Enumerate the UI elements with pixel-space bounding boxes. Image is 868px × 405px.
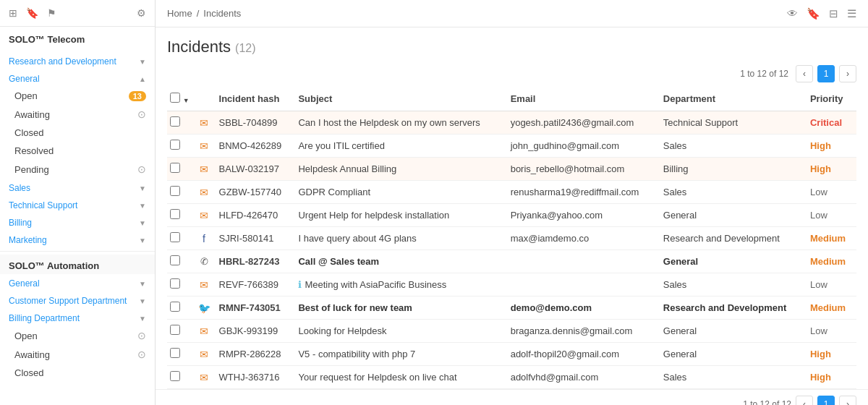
row-subject[interactable]: Looking for Helpdesk xyxy=(295,320,507,343)
row-hash[interactable]: RMPR-286228 xyxy=(216,343,296,366)
breadcrumb-home[interactable]: Home xyxy=(167,8,192,19)
row-priority: High xyxy=(807,158,856,181)
sidebar-group-billingdept[interactable]: Billing Department ▼ xyxy=(0,309,155,326)
sidebar-item-closed[interactable]: Closed xyxy=(0,124,155,142)
row-subject[interactable]: Urgent Help for helpdesk installation xyxy=(295,204,507,227)
sidebar-group-research[interactable]: Research and Development ▼ xyxy=(0,52,155,69)
row-checkbox[interactable] xyxy=(170,325,180,335)
row-subject[interactable]: I have query about 4G plans xyxy=(295,227,507,250)
sidebar-item-pending[interactable]: Pending ⊙ xyxy=(0,160,155,179)
row-checkbox[interactable] xyxy=(170,116,180,127)
awaiting-badge: ⊙ xyxy=(137,108,146,120)
row-department: Sales xyxy=(660,135,807,158)
next-page-bottom-button[interactable]: › xyxy=(839,396,856,405)
page-1-button[interactable]: 1 xyxy=(817,65,835,82)
row-hash[interactable]: SJRI-580141 xyxy=(216,227,296,250)
table-row[interactable]: ✉ WTHJ-363716 Your request for Helpdesk … xyxy=(167,366,856,389)
prev-page-button[interactable]: ‹ xyxy=(796,65,813,82)
row-subject[interactable]: Best of luck for new team xyxy=(295,297,507,320)
row-checkbox[interactable] xyxy=(170,302,180,312)
row-hash[interactable]: GZBW-157740 xyxy=(216,181,296,204)
bookmark-top-icon[interactable]: 🔖 xyxy=(807,7,820,20)
filter-top-icon[interactable]: ⊟ xyxy=(829,7,838,20)
row-checkbox[interactable] xyxy=(170,163,180,173)
row-hash[interactable]: REVF-766389 xyxy=(216,273,296,297)
sidebar-group-sales[interactable]: Sales ▼ xyxy=(0,179,155,196)
email-icon: ✉ xyxy=(200,187,208,198)
pending-badge: ⊙ xyxy=(137,163,146,175)
sidebar-group-techsupport[interactable]: Technical Support ▼ xyxy=(0,196,155,213)
next-page-button[interactable]: › xyxy=(839,65,856,82)
row-checkbox[interactable] xyxy=(170,209,180,219)
row-department: Research and Development xyxy=(660,297,807,320)
row-subject[interactable]: Helpdesk Annual Billing xyxy=(295,158,507,181)
email-icon: ✉ xyxy=(200,140,208,152)
row-hash[interactable]: HBRL-827243 xyxy=(216,250,296,273)
row-subject[interactable]: Are you ITIL certified xyxy=(295,135,507,158)
sidebar-group-billing[interactable]: Billing ▼ xyxy=(0,213,155,231)
prev-page-bottom-button[interactable]: ‹ xyxy=(796,396,813,405)
table-row[interactable]: ✉ GZBW-157740 GDPR Compliant renusharma1… xyxy=(167,181,856,204)
table-row[interactable]: ✉ GBJK-993199 Looking for Helpdesk braga… xyxy=(167,320,856,343)
row-checkbox[interactable] xyxy=(170,140,180,150)
row-checkbox[interactable] xyxy=(170,232,180,242)
row-priority: Low xyxy=(807,181,856,204)
table-row[interactable]: ✉ HLFD-426470 Urgent Help for helpdesk i… xyxy=(167,204,856,227)
row-checkbox[interactable] xyxy=(170,186,180,196)
sidebar-item-resolved[interactable]: Resolved xyxy=(0,142,155,160)
table-row[interactable]: 🐦 RMNF-743051 Best of luck for new team … xyxy=(167,297,856,320)
row-icon-cell: ✆ xyxy=(195,250,216,273)
gear-icon[interactable]: ⚙ xyxy=(137,7,146,19)
table-row[interactable]: ✉ RMPR-286228 V5 - compatibility with ph… xyxy=(167,343,856,366)
row-subject[interactable]: Can I host the Helpdesk on my own server… xyxy=(295,111,507,135)
row-hash[interactable]: RMNF-743051 xyxy=(216,297,296,320)
row-department: Technical Support xyxy=(660,111,807,135)
sidebar-item-resolved-label: Resolved xyxy=(14,145,54,156)
sidebar-item-auto-open[interactable]: Open ⊙ xyxy=(0,326,155,345)
sidebar-group-marketing[interactable]: Marketing ▼ xyxy=(0,231,155,248)
row-subject[interactable]: GDPR Compliant xyxy=(295,181,507,204)
row-subject[interactable]: ℹMeeting with AsiaPacific Business xyxy=(295,273,507,297)
table-row[interactable]: ✉ SBBL-704899 Can I host the Helpdesk on… xyxy=(167,111,856,135)
row-hash[interactable]: WTHJ-363716 xyxy=(216,366,296,389)
table-row[interactable]: f SJRI-580141 I have query about 4G plan… xyxy=(167,227,856,250)
menu-icon[interactable]: ☰ xyxy=(847,7,856,20)
sidebar-item-awaiting[interactable]: Awaiting ⊙ xyxy=(0,105,155,124)
row-hash[interactable]: BALW-032197 xyxy=(216,158,296,181)
select-all-checkbox[interactable] xyxy=(170,93,180,103)
page-1-bottom-button[interactable]: 1 xyxy=(817,396,835,405)
sidebar-item-auto-closed[interactable]: Closed xyxy=(0,364,155,382)
row-subject[interactable]: V5 - compatibility with php 7 xyxy=(295,343,507,366)
table-row[interactable]: ✉ BNMO-426289 Are you ITIL certified joh… xyxy=(167,135,856,158)
table-row[interactable]: ✉ REVF-766389 ℹMeeting with AsiaPacific … xyxy=(167,273,856,297)
incidents-table-container: ▼ Incident hash Subject Email Department… xyxy=(156,87,868,389)
chevron-down-icon-gen2: ▼ xyxy=(139,280,146,288)
row-subject[interactable]: Call @ Sales team xyxy=(295,250,507,273)
row-checkbox[interactable] xyxy=(170,348,180,358)
row-subject[interactable]: Your request for Helpdesk on live chat xyxy=(295,366,507,389)
flag-icon[interactable]: ⚑ xyxy=(47,7,56,19)
row-hash[interactable]: BNMO-426289 xyxy=(216,135,296,158)
sidebar-item-auto-awaiting[interactable]: Awaiting ⊙ xyxy=(0,345,155,364)
table-row[interactable]: ✉ BALW-032197 Helpdesk Annual Billing bo… xyxy=(167,158,856,181)
row-checkbox[interactable] xyxy=(170,371,180,381)
filter-icon[interactable]: ⊞ xyxy=(9,7,17,19)
row-checkbox[interactable] xyxy=(170,278,180,289)
sidebar-item-open[interactable]: Open 13 xyxy=(0,87,155,105)
sidebar-group-general2[interactable]: General ▼ xyxy=(0,274,155,291)
row-hash[interactable]: GBJK-993199 xyxy=(216,320,296,343)
topbar-icons: 👁 🔖 ⊟ ☰ xyxy=(787,7,856,20)
row-hash[interactable]: SBBL-704899 xyxy=(216,111,296,135)
table-row[interactable]: ✆ HBRL-827243 Call @ Sales team General … xyxy=(167,250,856,273)
info-icon: ℹ xyxy=(298,279,302,290)
sidebar-item-auto-awaiting-label: Awaiting xyxy=(14,349,50,360)
row-hash[interactable]: HLFD-426470 xyxy=(216,204,296,227)
pagination-bottom-info: 1 to 12 of 12 xyxy=(743,399,791,405)
eye-icon[interactable]: 👁 xyxy=(787,7,798,20)
sidebar-group-customersupport[interactable]: Customer Support Department ▼ xyxy=(0,291,155,309)
header-dropdown-icon[interactable]: ▼ xyxy=(183,97,190,104)
sidebar-group-general[interactable]: General ▲ xyxy=(0,69,155,87)
bookmark-icon[interactable]: 🔖 xyxy=(26,7,38,19)
row-department: General xyxy=(660,204,807,227)
row-checkbox[interactable] xyxy=(170,255,180,265)
